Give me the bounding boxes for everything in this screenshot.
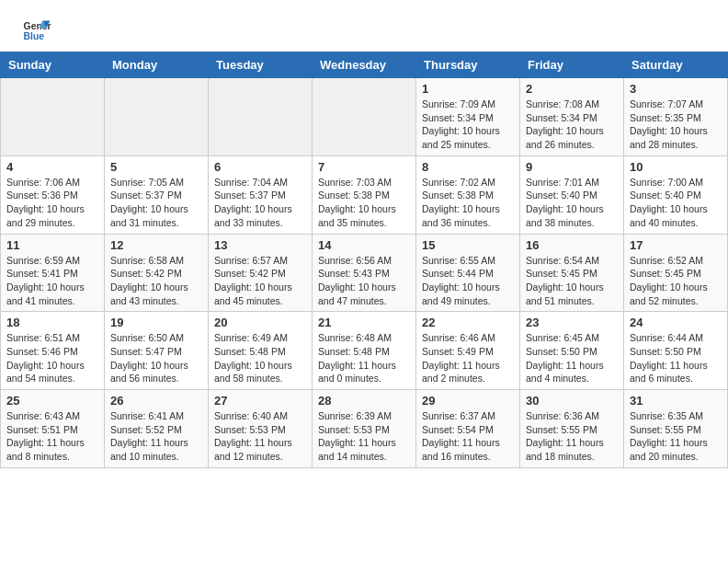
day-info: Sunrise: 6:59 AM Sunset: 5:41 PM Dayligh… bbox=[6, 254, 98, 308]
day-info: Sunrise: 6:40 AM Sunset: 5:53 PM Dayligh… bbox=[214, 409, 306, 464]
calendar-cell: 27Sunrise: 6:40 AM Sunset: 5:53 PM Dayli… bbox=[209, 390, 313, 468]
calendar-cell: 13Sunrise: 6:57 AM Sunset: 5:42 PM Dayli… bbox=[209, 234, 313, 312]
calendar-cell: 7Sunrise: 7:03 AM Sunset: 5:38 PM Daylig… bbox=[313, 155, 416, 234]
day-info: Sunrise: 7:03 AM Sunset: 5:38 PM Dayligh… bbox=[318, 176, 410, 230]
day-info: Sunrise: 7:08 AM Sunset: 5:34 PM Dayligh… bbox=[526, 98, 618, 152]
calendar-week-3: 11Sunrise: 6:59 AM Sunset: 5:41 PM Dayli… bbox=[1, 234, 728, 312]
day-number: 2 bbox=[526, 82, 618, 96]
day-number: 21 bbox=[318, 316, 410, 329]
day-info: Sunrise: 7:01 AM Sunset: 5:40 PM Dayligh… bbox=[526, 176, 618, 230]
day-info: Sunrise: 6:35 AM Sunset: 5:55 PM Dayligh… bbox=[630, 409, 722, 464]
calendar-week-2: 4Sunrise: 7:06 AM Sunset: 5:36 PM Daylig… bbox=[1, 155, 728, 234]
calendar-cell: 1Sunrise: 7:09 AM Sunset: 5:34 PM Daylig… bbox=[416, 78, 520, 156]
day-number: 20 bbox=[214, 316, 306, 329]
logo-icon: General Blue bbox=[22, 15, 51, 44]
calendar-cell: 17Sunrise: 6:52 AM Sunset: 5:45 PM Dayli… bbox=[624, 234, 728, 312]
day-number: 31 bbox=[630, 394, 722, 408]
day-info: Sunrise: 6:49 AM Sunset: 5:48 PM Dayligh… bbox=[214, 331, 306, 385]
day-number: 8 bbox=[422, 160, 514, 174]
day-info: Sunrise: 6:50 AM Sunset: 5:47 PM Dayligh… bbox=[110, 331, 202, 385]
day-number: 26 bbox=[110, 394, 202, 408]
day-number: 14 bbox=[318, 238, 410, 252]
day-number: 15 bbox=[422, 238, 514, 252]
day-info: Sunrise: 6:39 AM Sunset: 5:53 PM Dayligh… bbox=[318, 409, 410, 464]
weekday-header-sunday: Sunday bbox=[1, 52, 105, 78]
day-info: Sunrise: 6:43 AM Sunset: 5:51 PM Dayligh… bbox=[6, 409, 98, 464]
day-info: Sunrise: 6:46 AM Sunset: 5:49 PM Dayligh… bbox=[422, 331, 514, 385]
weekday-header-monday: Monday bbox=[105, 52, 209, 78]
day-info: Sunrise: 6:41 AM Sunset: 5:52 PM Dayligh… bbox=[110, 409, 202, 464]
day-number: 22 bbox=[422, 316, 514, 329]
calendar-cell: 2Sunrise: 7:08 AM Sunset: 5:34 PM Daylig… bbox=[520, 78, 624, 156]
day-info: Sunrise: 7:00 AM Sunset: 5:40 PM Dayligh… bbox=[630, 176, 722, 230]
day-number: 4 bbox=[6, 160, 98, 174]
calendar-cell: 18Sunrise: 6:51 AM Sunset: 5:46 PM Dayli… bbox=[1, 312, 105, 390]
day-info: Sunrise: 6:48 AM Sunset: 5:48 PM Dayligh… bbox=[318, 331, 410, 385]
calendar-cell: 5Sunrise: 7:05 AM Sunset: 5:37 PM Daylig… bbox=[105, 155, 209, 234]
day-number: 17 bbox=[630, 238, 722, 252]
day-number: 9 bbox=[526, 160, 618, 174]
day-number: 10 bbox=[630, 160, 722, 174]
day-number: 3 bbox=[630, 82, 722, 96]
day-info: Sunrise: 6:45 AM Sunset: 5:50 PM Dayligh… bbox=[526, 331, 618, 385]
calendar-cell: 29Sunrise: 6:37 AM Sunset: 5:54 PM Dayli… bbox=[416, 390, 520, 468]
day-number: 1 bbox=[422, 82, 514, 96]
calendar-cell: 16Sunrise: 6:54 AM Sunset: 5:45 PM Dayli… bbox=[520, 234, 624, 312]
calendar-table: SundayMondayTuesdayWednesdayThursdayFrid… bbox=[0, 52, 728, 468]
day-info: Sunrise: 7:06 AM Sunset: 5:36 PM Dayligh… bbox=[6, 176, 98, 230]
calendar-cell bbox=[105, 78, 209, 156]
day-number: 13 bbox=[214, 238, 306, 252]
calendar-cell: 20Sunrise: 6:49 AM Sunset: 5:48 PM Dayli… bbox=[209, 312, 313, 390]
day-info: Sunrise: 6:57 AM Sunset: 5:42 PM Dayligh… bbox=[214, 254, 306, 308]
calendar-cell: 14Sunrise: 6:56 AM Sunset: 5:43 PM Dayli… bbox=[313, 234, 416, 312]
calendar-cell: 11Sunrise: 6:59 AM Sunset: 5:41 PM Dayli… bbox=[1, 234, 105, 312]
calendar-cell: 19Sunrise: 6:50 AM Sunset: 5:47 PM Dayli… bbox=[105, 312, 209, 390]
day-info: Sunrise: 6:55 AM Sunset: 5:44 PM Dayligh… bbox=[422, 254, 514, 308]
day-info: Sunrise: 6:56 AM Sunset: 5:43 PM Dayligh… bbox=[318, 254, 410, 308]
day-number: 7 bbox=[318, 160, 410, 174]
page-header: General Blue bbox=[0, 0, 728, 52]
day-number: 6 bbox=[214, 160, 306, 174]
calendar-cell: 21Sunrise: 6:48 AM Sunset: 5:48 PM Dayli… bbox=[313, 312, 416, 390]
calendar-week-4: 18Sunrise: 6:51 AM Sunset: 5:46 PM Dayli… bbox=[1, 312, 728, 390]
weekday-header-friday: Friday bbox=[520, 52, 624, 78]
calendar-cell: 6Sunrise: 7:04 AM Sunset: 5:37 PM Daylig… bbox=[209, 155, 313, 234]
calendar-cell: 15Sunrise: 6:55 AM Sunset: 5:44 PM Dayli… bbox=[416, 234, 520, 312]
day-info: Sunrise: 7:04 AM Sunset: 5:37 PM Dayligh… bbox=[214, 176, 306, 230]
weekday-header-thursday: Thursday bbox=[416, 52, 520, 78]
weekday-header-wednesday: Wednesday bbox=[313, 52, 416, 78]
day-number: 12 bbox=[110, 238, 202, 252]
calendar-cell bbox=[1, 78, 105, 156]
calendar-cell: 8Sunrise: 7:02 AM Sunset: 5:38 PM Daylig… bbox=[416, 155, 520, 234]
day-number: 16 bbox=[526, 238, 618, 252]
logo: General Blue bbox=[22, 15, 51, 44]
day-number: 19 bbox=[110, 316, 202, 329]
calendar-body: 1Sunrise: 7:09 AM Sunset: 5:34 PM Daylig… bbox=[1, 78, 728, 468]
calendar-week-5: 25Sunrise: 6:43 AM Sunset: 5:51 PM Dayli… bbox=[1, 390, 728, 468]
day-info: Sunrise: 6:58 AM Sunset: 5:42 PM Dayligh… bbox=[110, 254, 202, 308]
day-info: Sunrise: 7:09 AM Sunset: 5:34 PM Dayligh… bbox=[422, 98, 514, 152]
day-number: 18 bbox=[6, 316, 98, 329]
day-number: 25 bbox=[6, 394, 98, 408]
calendar-cell: 12Sunrise: 6:58 AM Sunset: 5:42 PM Dayli… bbox=[105, 234, 209, 312]
day-info: Sunrise: 6:44 AM Sunset: 5:50 PM Dayligh… bbox=[630, 331, 722, 385]
day-info: Sunrise: 6:52 AM Sunset: 5:45 PM Dayligh… bbox=[630, 254, 722, 308]
calendar-cell: 23Sunrise: 6:45 AM Sunset: 5:50 PM Dayli… bbox=[520, 312, 624, 390]
day-number: 5 bbox=[110, 160, 202, 174]
calendar-cell: 4Sunrise: 7:06 AM Sunset: 5:36 PM Daylig… bbox=[1, 155, 105, 234]
calendar-cell: 28Sunrise: 6:39 AM Sunset: 5:53 PM Dayli… bbox=[313, 390, 416, 468]
day-info: Sunrise: 7:02 AM Sunset: 5:38 PM Dayligh… bbox=[422, 176, 514, 230]
calendar-cell bbox=[209, 78, 313, 156]
day-number: 23 bbox=[526, 316, 618, 329]
day-info: Sunrise: 7:07 AM Sunset: 5:35 PM Dayligh… bbox=[630, 98, 722, 152]
weekday-header-tuesday: Tuesday bbox=[209, 52, 313, 78]
calendar-cell: 30Sunrise: 6:36 AM Sunset: 5:55 PM Dayli… bbox=[520, 390, 624, 468]
day-info: Sunrise: 6:51 AM Sunset: 5:46 PM Dayligh… bbox=[6, 331, 98, 385]
calendar-cell: 9Sunrise: 7:01 AM Sunset: 5:40 PM Daylig… bbox=[520, 155, 624, 234]
weekday-header-saturday: Saturday bbox=[624, 52, 728, 78]
day-number: 29 bbox=[422, 394, 514, 408]
calendar-cell: 26Sunrise: 6:41 AM Sunset: 5:52 PM Dayli… bbox=[105, 390, 209, 468]
calendar-cell: 24Sunrise: 6:44 AM Sunset: 5:50 PM Dayli… bbox=[624, 312, 728, 390]
calendar-header: SundayMondayTuesdayWednesdayThursdayFrid… bbox=[1, 52, 728, 78]
day-number: 30 bbox=[526, 394, 618, 408]
